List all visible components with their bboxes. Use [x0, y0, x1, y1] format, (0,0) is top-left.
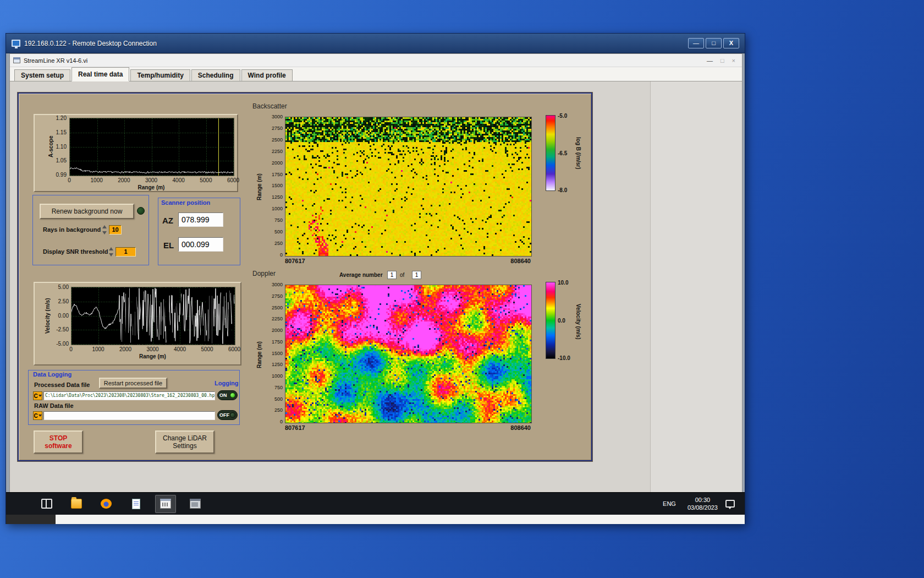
- app-maximize-button[interactable]: □: [721, 57, 724, 64]
- tab-wind-profile[interactable]: Wind profile: [241, 69, 293, 81]
- velocity-plot: [71, 287, 235, 345]
- spin-up-icon[interactable]: [102, 225, 107, 228]
- streamline-app-icon[interactable]: [155, 495, 176, 513]
- average-count-field[interactable]: 1: [412, 271, 421, 279]
- azimuth-field[interactable]: 078.999: [178, 212, 223, 227]
- tab-scheduling[interactable]: Scheduling: [191, 69, 240, 81]
- rdp-title: 192.168.0.122 - Remote Desktop Connectio…: [24, 40, 688, 47]
- tick-label: 2000: [118, 177, 130, 183]
- velocity-yticks: 5.002.500.00-2.50-5.00: [51, 285, 69, 346]
- app-titlebar[interactable]: StreamLine XR v14-6.vi — □ ×: [10, 54, 742, 67]
- spin-down-icon[interactable]: [109, 253, 113, 257]
- file-explorer-icon: [71, 499, 82, 509]
- app-close-button[interactable]: ×: [732, 57, 735, 64]
- labview-vi-icon: [13, 57, 20, 63]
- rdp-titlebar[interactable]: 192.168.0.122 - Remote Desktop Connectio…: [6, 34, 745, 53]
- processed-file-path-field[interactable]: C:\Lidar\Data\Proc\2023\202308\20230803\…: [43, 391, 215, 400]
- of-label: of: [400, 272, 404, 278]
- data-logging-box: Data Logging Processed Data file Restart…: [28, 370, 240, 425]
- tick-label: 0: [69, 346, 73, 352]
- bottom-strip: [6, 515, 745, 524]
- tick-label: 1.20: [56, 116, 67, 121]
- doppler-x-start: 807617: [285, 424, 305, 431]
- tick-label: 1000: [272, 374, 283, 379]
- firefox-icon[interactable]: [96, 495, 117, 513]
- tick-label: 500: [274, 230, 283, 235]
- file-explorer-icon[interactable]: [66, 495, 87, 513]
- rays-in-background-field[interactable]: 10: [109, 225, 122, 235]
- tick-label: -6.5: [558, 150, 567, 156]
- raw-drive-selector[interactable]: C: [33, 411, 42, 420]
- tick-label: 2.50: [58, 299, 69, 304]
- app-window-controls: — □ ×: [707, 57, 739, 64]
- spin-down-icon[interactable]: [102, 231, 107, 235]
- notepad-icon[interactable]: [125, 495, 146, 513]
- processed-drive-selector[interactable]: C: [33, 391, 42, 400]
- tab-temp-humidity[interactable]: Temp/humidity: [130, 69, 190, 81]
- tick-label: 500: [274, 397, 283, 402]
- processed-logging-toggle[interactable]: ON: [217, 390, 238, 400]
- dropdown-arrow-icon: [38, 415, 42, 417]
- tick-label: 750: [274, 385, 283, 390]
- tick-label: 2000: [119, 346, 131, 352]
- raw-logging-toggle[interactable]: OFF: [217, 410, 238, 420]
- rdp-maximize-button[interactable]: □: [706, 38, 722, 48]
- main-panel: A-scope 1.201.151.101.050.99 01000200030…: [18, 92, 592, 461]
- drive-letter: C: [34, 393, 37, 399]
- notification-icon[interactable]: [725, 500, 735, 508]
- tick-label: 1000: [92, 346, 104, 352]
- snr-spinner[interactable]: [109, 247, 114, 257]
- logging-label: Logging: [215, 380, 238, 386]
- tick-label: 6000: [227, 177, 239, 183]
- average-number-label: Average number: [339, 272, 383, 278]
- tab-system-setup[interactable]: System setup: [14, 69, 70, 81]
- tab-real-time-data[interactable]: Real time data: [72, 67, 129, 81]
- tick-label: 2500: [272, 306, 283, 310]
- remote-desktop-area: StreamLine XR v14-6.vi — □ × System setu…: [6, 53, 745, 524]
- backscatter-heatmap: [285, 117, 532, 257]
- rdp-close-button[interactable]: X: [723, 38, 739, 48]
- stop-button-line2: software: [45, 442, 72, 450]
- doppler-colorbar-label: Velocity (m/s): [575, 285, 581, 358]
- clock-time: 00:30: [688, 496, 718, 504]
- change-button-line1: Change LiDAR: [163, 434, 207, 442]
- task-view-icon[interactable]: [36, 495, 57, 513]
- backscatter-ylabel: Range (m): [256, 165, 262, 209]
- elevation-field[interactable]: 000.099: [178, 237, 223, 252]
- tab-bar: System setupReal time dataTemp/humidityS…: [10, 67, 742, 81]
- tick-label: 5000: [200, 177, 212, 183]
- a-scope-plot: [69, 118, 234, 176]
- scan-scheduler-icon[interactable]: [185, 495, 206, 513]
- tick-label: 250: [274, 408, 283, 413]
- tick-label: -8.0: [558, 187, 567, 193]
- change-lidar-settings-button[interactable]: Change LiDAR Settings: [155, 430, 215, 454]
- renew-background-led: [137, 207, 145, 215]
- clock-date: 03/08/2023: [688, 504, 718, 511]
- tick-label: 2750: [272, 294, 283, 299]
- a-scope-xlabel: Range (m): [69, 184, 233, 190]
- backscatter-colorbar-label: log B (/m/sr): [575, 117, 581, 189]
- tick-label: 250: [274, 241, 283, 246]
- spin-up-icon[interactable]: [109, 247, 113, 250]
- tick-label: 4000: [174, 346, 186, 352]
- vi-front-panel: A-scope 1.201.151.101.050.99 01000200030…: [10, 81, 742, 492]
- backscatter-x-start: 807617: [285, 258, 305, 264]
- tick-label: 2250: [272, 317, 283, 321]
- raw-file-path-field[interactable]: [43, 411, 215, 420]
- renew-background-button[interactable]: Renew background now: [40, 204, 134, 219]
- doppler-x-end: 808640: [510, 424, 531, 431]
- taskbar-clock[interactable]: 00:30 03/08/2023: [688, 496, 718, 511]
- app-minimize-button[interactable]: —: [707, 57, 713, 64]
- rays-spinner[interactable]: [102, 225, 107, 235]
- tick-label: 0: [68, 177, 71, 183]
- doppler-yticks: 3000275025002250200017501500125010007505…: [266, 282, 283, 424]
- rdp-minimize-button[interactable]: —: [688, 38, 704, 48]
- restart-processed-file-button[interactable]: Restart processed file: [99, 378, 167, 389]
- stop-software-button[interactable]: STOP software: [34, 430, 83, 454]
- average-number-field[interactable]: 1: [387, 271, 397, 279]
- tick-label: 3000: [272, 282, 283, 287]
- tick-label: 2000: [272, 328, 283, 333]
- snr-threshold-field[interactable]: 1: [116, 247, 136, 257]
- tick-label: 3000: [146, 346, 158, 352]
- language-indicator[interactable]: ENG: [659, 498, 680, 509]
